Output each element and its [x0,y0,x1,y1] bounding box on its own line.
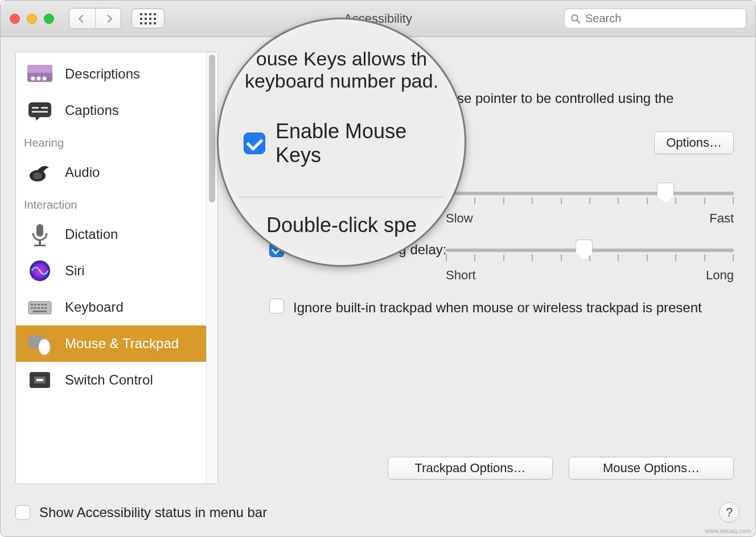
search-input[interactable] [585,12,740,25]
svg-point-4 [31,77,35,81]
svg-rect-27 [41,307,43,309]
svg-line-1 [577,20,580,23]
sidebar-item-label: Siri [65,263,85,279]
forward-button[interactable] [95,9,121,28]
help-icon: ? [726,505,733,520]
svg-rect-23 [44,304,47,305]
sidebar-item-dictation[interactable]: Dictation [16,216,206,253]
switch-control-icon [25,367,55,393]
pane-bottom-buttons: Trackpad Options… Mouse Options… [235,457,734,480]
audio-icon [25,160,55,185]
accessibility-window: Accessibility Descriptions Ca [0,0,756,537]
sidebar-scrollbar[interactable] [206,52,217,484]
svg-rect-22 [41,304,43,305]
siri-icon [25,258,55,283]
ignore-trackpad-label: Ignore built-in trackpad when mouse or w… [293,299,702,317]
slider-min-label: Slow [446,211,473,226]
search-field[interactable] [564,9,746,28]
svg-rect-3 [27,65,52,73]
magnifier-text-line1: ouse Keys allows th [238,48,445,70]
svg-rect-15 [39,240,41,245]
window-controls [10,14,54,24]
sidebar-item-mouse-trackpad[interactable]: Mouse & Trackpad [16,325,206,362]
slider-max-label: Fast [709,211,734,226]
svg-rect-19 [31,304,33,305]
svg-marker-11 [35,117,40,121]
svg-rect-25 [34,307,36,309]
magnifier-overlay: ouse Keys allows th keyboard number pad.… [217,18,466,267]
trackpad-options-button[interactable]: Trackpad Options… [388,457,553,480]
search-icon [570,14,581,24]
sidebar-item-label: Descriptions [65,66,140,82]
watermark: www.deuaq.com [705,527,751,534]
slider-max-label: Long [706,268,734,283]
svg-point-6 [43,77,47,81]
show-status-checkbox[interactable] [15,505,30,520]
sidebar-item-audio[interactable]: Audio [16,154,206,191]
minimize-window-button[interactable] [27,14,37,24]
scrollbar-thumb[interactable] [209,55,215,203]
double-click-speed-label: Double-click spe [238,213,445,237]
svg-rect-14 [36,224,43,237]
ignore-trackpad-checkbox[interactable] [269,299,284,313]
show-status-label: Show Accessibility status in menu bar [39,505,267,521]
sidebar-item-label: Keyboard [65,299,124,315]
sidebar-item-captions[interactable]: Captions [16,92,206,129]
svg-rect-16 [34,245,46,246]
sidebar-item-label: Mouse & Trackpad [65,336,179,352]
chevron-left-icon [78,14,86,22]
help-button[interactable]: ? [719,502,739,523]
grid-icon [140,13,156,24]
sidebar-item-keyboard[interactable]: Keyboard [16,289,206,325]
magnifier-divider [238,197,445,197]
svg-rect-7 [28,102,51,117]
svg-rect-34 [36,379,43,381]
dictation-icon [25,222,55,247]
chevron-right-icon [104,14,112,22]
sidebar-list: Descriptions Captions Hearing Audio Inte… [16,52,206,402]
enable-mouse-keys-label: Enable Mouse Keys [276,119,445,167]
svg-rect-9 [41,107,48,109]
sidebar-category-hearing: Hearing [16,129,206,154]
svg-rect-26 [38,307,40,309]
enable-mouse-keys-row: Enable Mouse Keys [244,119,445,167]
svg-rect-20 [34,304,36,305]
enable-mouse-keys-checkbox[interactable] [244,133,265,154]
svg-rect-8 [32,107,39,109]
sidebar: Descriptions Captions Hearing Audio Inte… [15,52,218,484]
spring-loading-delay-row: Short Long [446,241,734,283]
svg-point-5 [37,77,41,81]
double-click-speed-slider[interactable] [446,184,734,208]
svg-point-13 [33,172,42,179]
footer: Show Accessibility status in menu bar ? [15,502,739,523]
svg-rect-10 [32,111,48,113]
spring-loading-delay-slider[interactable] [446,241,734,265]
sidebar-item-label: Captions [65,102,119,118]
sidebar-category-interaction: Interaction [16,191,206,216]
svg-rect-24 [31,307,33,309]
mouse-options-button[interactable]: Mouse Options… [569,457,734,480]
ignore-trackpad-row: Ignore built-in trackpad when mouse or w… [269,299,717,317]
mouse-trackpad-icon [25,331,55,356]
svg-rect-29 [33,311,47,312]
show-all-button[interactable] [132,9,165,28]
svg-rect-21 [38,304,40,305]
svg-point-31 [39,339,50,355]
close-window-button[interactable] [10,14,20,24]
keyboard-icon [25,295,55,320]
descriptions-icon [25,61,55,86]
back-button[interactable] [69,9,95,28]
sidebar-item-label: Dictation [65,226,118,242]
sidebar-item-descriptions[interactable]: Descriptions [16,56,206,92]
sidebar-item-switch-control[interactable]: Switch Control [16,362,206,398]
magnifier-text-line2: keyboard number pad. [238,70,445,92]
zoom-window-button[interactable] [44,14,54,24]
sidebar-item-siri[interactable]: Siri [16,253,206,289]
sidebar-item-label: Audio [65,164,100,180]
double-click-speed-row: Slow Fast [446,184,734,226]
mouse-keys-options-button[interactable]: Options… [654,131,734,154]
nav-segmented [69,8,121,29]
sidebar-item-label: Switch Control [65,372,153,388]
slider-min-label: Short [446,268,476,283]
mouse-keys-description-tail: se pointer to be controlled using the [457,90,734,106]
